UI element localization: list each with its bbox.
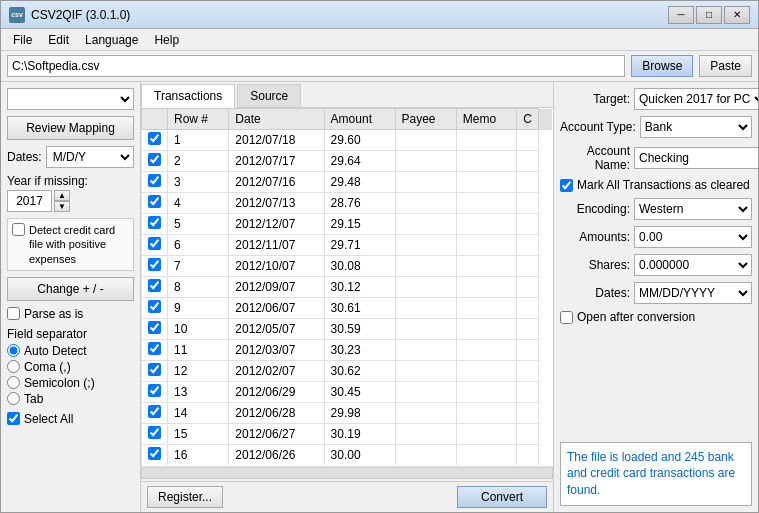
convert-button[interactable]: Convert [457,486,547,508]
account-type-label: Account Type: [560,120,636,134]
target-dropdown[interactable]: Quicken 2017 for PC [634,88,758,110]
cell-row-num: 5 [168,214,229,235]
file-path-input[interactable] [7,55,625,77]
row-checkbox[interactable] [148,426,161,439]
cell-date: 2012/03/07 [229,340,324,361]
paste-button[interactable]: Paste [699,55,752,77]
cell-row-num: 4 [168,193,229,214]
close-button[interactable]: ✕ [724,6,750,24]
menu-help[interactable]: Help [146,29,187,50]
select-all-row: Select All [7,412,134,426]
table-container[interactable]: Row # Date Amount Payee Memo C 12012/07/… [141,108,553,465]
cell-amount: 30.08 [324,256,395,277]
mark-cleared-checkbox[interactable] [560,179,573,192]
encoding-dropdown[interactable]: Western [634,198,752,220]
open-after-checkbox[interactable] [560,311,573,324]
cell-date: 2012/02/07 [229,361,324,382]
year-input[interactable] [7,190,52,212]
change-button[interactable]: Change + / - [7,277,134,301]
cell-payee [395,382,456,403]
cell-memo [456,298,516,319]
row-checkbox[interactable] [148,195,161,208]
cell-memo [456,361,516,382]
row-checkbox[interactable] [148,447,161,460]
menu-bar: File Edit Language Help [1,29,758,51]
table-row: 142012/06/2829.98 [142,403,553,424]
select-all-checkbox[interactable] [7,412,20,425]
cell-amount: 29.64 [324,151,395,172]
center-panel: Transactions Source Row # Date Amount Pa… [141,82,553,512]
cell-c [517,151,539,172]
main-window: csv CSV2QIF (3.0.1.0) ─ □ ✕ File Edit La… [0,0,759,513]
cell-payee [395,193,456,214]
cell-amount: 30.19 [324,424,395,445]
dates-right-dropdown[interactable]: MM/DD/YYYY [634,282,752,304]
detect-credit-label[interactable]: Detect credit card file with positive ex… [12,223,129,266]
dates-dropdown[interactable]: M/D/Y [46,146,134,168]
semicolon-radio[interactable] [7,376,20,389]
row-checkbox[interactable] [148,174,161,187]
row-checkbox[interactable] [148,363,161,376]
auto-detect-radio[interactable] [7,344,20,357]
review-mapping-button[interactable]: Review Mapping [7,116,134,140]
tab-radio[interactable] [7,392,20,405]
year-down-arrow[interactable]: ▼ [54,201,70,212]
row-checkbox[interactable] [148,405,161,418]
year-arrows: ▲ ▼ [54,190,70,212]
transactions-table: Row # Date Amount Payee Memo C 12012/07/… [141,108,553,465]
cell-row-num: 9 [168,298,229,319]
register-button[interactable]: Register... [147,486,223,508]
menu-language[interactable]: Language [77,29,146,50]
menu-edit[interactable]: Edit [40,29,77,50]
cell-date: 2012/07/18 [229,130,324,151]
tab-transactions[interactable]: Transactions [141,84,235,108]
account-type-dropdown[interactable]: Bank [640,116,752,138]
status-box: The file is loaded and 245 bank and cred… [560,442,752,506]
tab-source[interactable]: Source [237,84,301,107]
minimize-button[interactable]: ─ [668,6,694,24]
status-text: The file is loaded and 245 bank and cred… [567,450,735,498]
cell-date: 2012/07/13 [229,193,324,214]
shares-row: Shares: 0.000000 [560,254,752,276]
parse-as-is-checkbox[interactable] [7,307,20,320]
cell-amount: 29.60 [324,130,395,151]
semicolon-label: Semicolon (;) [24,376,95,390]
detect-credit-checkbox[interactable] [12,223,25,236]
cell-row-num: 1 [168,130,229,151]
cell-row-num: 11 [168,340,229,361]
menu-file[interactable]: File [5,29,40,50]
shares-dropdown[interactable]: 0.000000 [634,254,752,276]
comma-radio[interactable] [7,360,20,373]
row-checkbox[interactable] [148,279,161,292]
year-up-arrow[interactable]: ▲ [54,190,70,201]
field-separator-section: Field separator Auto Detect Coma (,) Sem… [7,327,134,406]
cell-payee [395,403,456,424]
browse-button[interactable]: Browse [631,55,693,77]
table-row: 92012/06/0730.61 [142,298,553,319]
table-row: 72012/10/0730.08 [142,256,553,277]
row-checkbox[interactable] [148,237,161,250]
row-checkbox[interactable] [148,258,161,271]
row-checkbox[interactable] [148,132,161,145]
cell-amount: 30.12 [324,277,395,298]
table-row: 162012/06/2630.00 [142,445,553,466]
maximize-button[interactable]: □ [696,6,722,24]
table-row: 42012/07/1328.76 [142,193,553,214]
row-checkbox[interactable] [148,216,161,229]
row-checkbox[interactable] [148,153,161,166]
cell-date: 2012/11/07 [229,235,324,256]
amounts-dropdown[interactable]: 0.00 [634,226,752,248]
cell-amount: 29.71 [324,235,395,256]
row-checkbox[interactable] [148,342,161,355]
open-after-label: Open after conversion [577,310,695,324]
auto-detect-row: Auto Detect [7,344,134,358]
cell-memo [456,403,516,424]
cell-date: 2012/06/28 [229,403,324,424]
row-checkbox[interactable] [148,300,161,313]
account-name-input[interactable] [634,147,758,169]
horizontal-scrollbar[interactable] [141,467,553,479]
cell-date: 2012/06/26 [229,445,324,466]
row-checkbox[interactable] [148,384,161,397]
row-checkbox[interactable] [148,321,161,334]
top-dropdown[interactable] [7,88,134,110]
